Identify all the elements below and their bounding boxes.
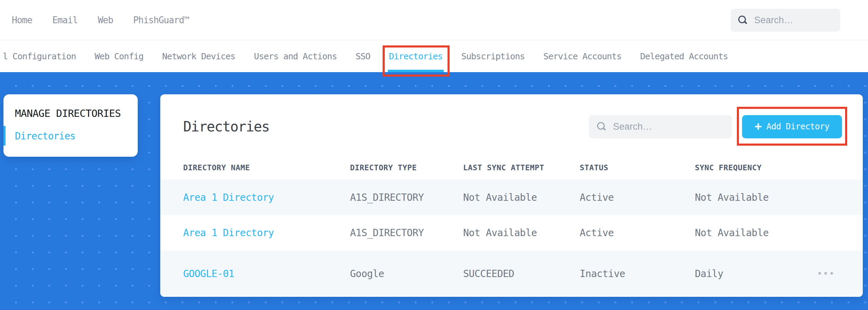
topbar: Home Email Web PhishGuard™	[0, 0, 868, 40]
directories-card-header: Directories + Add Directory	[160, 94, 863, 155]
search-icon	[738, 15, 748, 25]
page: Home Email Web PhishGuard™ l Configurati…	[0, 0, 868, 310]
tab-email-configuration[interactable]: l Configuration	[3, 40, 76, 72]
page-title: Directories	[183, 119, 269, 135]
cell-directory-type: A1S_DIRECTORY	[350, 192, 463, 203]
global-search[interactable]	[731, 9, 840, 32]
cell-status: Active	[580, 227, 695, 239]
tab-service-accounts[interactable]: Service Accounts	[543, 40, 621, 72]
add-directory-button[interactable]: + Add Directory	[742, 115, 842, 138]
tab-network-devices[interactable]: Network Devices	[162, 40, 235, 72]
search-icon	[596, 121, 607, 132]
directories-card: Directories + Add Directory	[160, 94, 863, 297]
cell-directory-name[interactable]: Area 1 Directory	[183, 192, 350, 203]
row-ellipsis-menu-icon[interactable]: •••	[817, 267, 835, 280]
directories-search[interactable]	[589, 115, 732, 138]
tab-sso[interactable]: SSO	[356, 40, 370, 72]
column-header-status: STATUS	[580, 163, 695, 172]
add-directory-wrap: + Add Directory	[742, 115, 842, 138]
tab-directories-label: Directories	[389, 51, 443, 61]
cell-directory-type: A1S_DIRECTORY	[350, 227, 463, 239]
cell-directory-name[interactable]: GOOGLE-01	[183, 268, 350, 279]
table-row: GOOGLE-01 Google SUCCEEDED Inactive Dail…	[160, 250, 863, 297]
column-header-last-sync-attempt: LAST SYNC ATTEMPT	[463, 163, 580, 172]
plus-icon: +	[755, 120, 761, 132]
sidebar-active-indicator	[3, 126, 6, 146]
tab-users-and-actions[interactable]: Users and Actions	[254, 40, 337, 72]
table-row: Area 1 Directory A1S_DIRECTORY Not Avail…	[160, 215, 863, 250]
table-header-row: DIRECTORY NAME DIRECTORY TYPE LAST SYNC …	[160, 155, 863, 180]
cell-last-sync-attempt: Not Available	[463, 227, 580, 239]
cell-status: Active	[580, 192, 695, 203]
column-header-sync-frequency: SYNC FREQUENCY	[695, 163, 817, 172]
global-search-input[interactable]	[754, 15, 833, 26]
content-area: MANAGE DIRECTORIES Directories Directori…	[0, 72, 868, 310]
manage-directories-title: MANAGE DIRECTORIES	[15, 107, 121, 119]
topnav-item-home[interactable]: Home	[12, 15, 32, 25]
settings-tabbar: l Configuration Web Config Network Devic…	[0, 40, 868, 72]
manage-directories-card: MANAGE DIRECTORIES Directories	[3, 94, 138, 157]
sidebar-item-directories[interactable]: Directories	[15, 130, 75, 142]
topnav-item-phishguard[interactable]: PhishGuard™	[133, 15, 189, 25]
cell-last-sync-attempt: SUCCEEDED	[463, 268, 580, 279]
tab-delegated-accounts[interactable]: Delegated Accounts	[640, 40, 728, 72]
table-row: Area 1 Directory A1S_DIRECTORY Not Avail…	[160, 180, 863, 215]
header-actions: + Add Directory	[589, 115, 842, 138]
column-header-directory-name: DIRECTORY NAME	[183, 163, 350, 172]
topnav-item-web[interactable]: Web	[98, 15, 113, 25]
top-nav: Home Email Web PhishGuard™	[0, 15, 189, 25]
topnav-item-email[interactable]: Email	[52, 15, 78, 25]
cell-directory-type: Google	[350, 268, 463, 279]
cell-directory-name[interactable]: Area 1 Directory	[183, 227, 350, 239]
cell-sync-frequency: Daily	[695, 268, 817, 279]
tab-subscriptions[interactable]: Subscriptions	[461, 40, 525, 72]
directories-search-input[interactable]	[613, 121, 724, 132]
tab-directories[interactable]: Directories	[389, 40, 443, 72]
add-directory-label: Add Directory	[766, 122, 829, 131]
cell-sync-frequency: Not Available	[695, 192, 817, 203]
cell-last-sync-attempt: Not Available	[463, 192, 580, 203]
cell-sync-frequency: Not Available	[695, 227, 817, 239]
active-tab-underline	[388, 70, 444, 72]
tab-web-config[interactable]: Web Config	[95, 40, 144, 72]
cell-status: Inactive	[580, 268, 695, 279]
column-header-directory-type: DIRECTORY TYPE	[350, 163, 463, 172]
